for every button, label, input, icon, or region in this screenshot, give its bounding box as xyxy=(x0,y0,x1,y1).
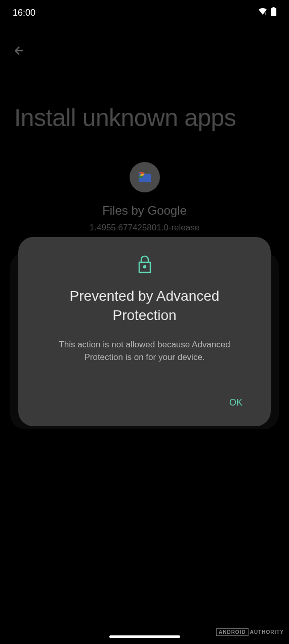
app-info-section: Files by Google 1.4955.677425801.0-relea… xyxy=(0,162,289,233)
ok-button[interactable]: OK xyxy=(221,392,251,413)
dialog-message: This action is not allowed because Advan… xyxy=(33,338,256,364)
alert-dialog: Prevented by Advanced Protection This ac… xyxy=(18,237,271,426)
dialog-actions: OK xyxy=(33,392,256,413)
wifi-icon xyxy=(258,8,268,18)
page-title: Install unknown apps xyxy=(14,104,236,132)
status-bar: 16:00 xyxy=(0,0,289,25)
status-icons xyxy=(258,7,276,19)
battery-icon xyxy=(271,7,276,19)
app-name: Files by Google xyxy=(102,204,187,218)
watermark-text: AUTHORITY xyxy=(250,629,284,635)
watermark: ANDROIDAUTHORITY xyxy=(216,629,284,635)
lock-icon xyxy=(137,255,152,275)
files-app-icon xyxy=(137,171,152,184)
arrow-back-icon xyxy=(13,44,26,59)
status-time: 16:00 xyxy=(13,8,35,18)
svg-rect-1 xyxy=(266,14,266,15)
svg-point-6 xyxy=(144,266,146,268)
svg-rect-2 xyxy=(266,12,266,14)
svg-rect-3 xyxy=(273,7,275,8)
dialog-title: Prevented by Advanced Protection xyxy=(33,287,256,325)
app-icon xyxy=(130,162,160,192)
navigation-gesture-bar[interactable] xyxy=(109,635,180,638)
app-version: 1.4955.677425801.0-release xyxy=(90,223,199,233)
svg-rect-4 xyxy=(271,8,276,16)
watermark-brand: ANDROID xyxy=(216,628,249,636)
back-button[interactable] xyxy=(9,42,29,62)
